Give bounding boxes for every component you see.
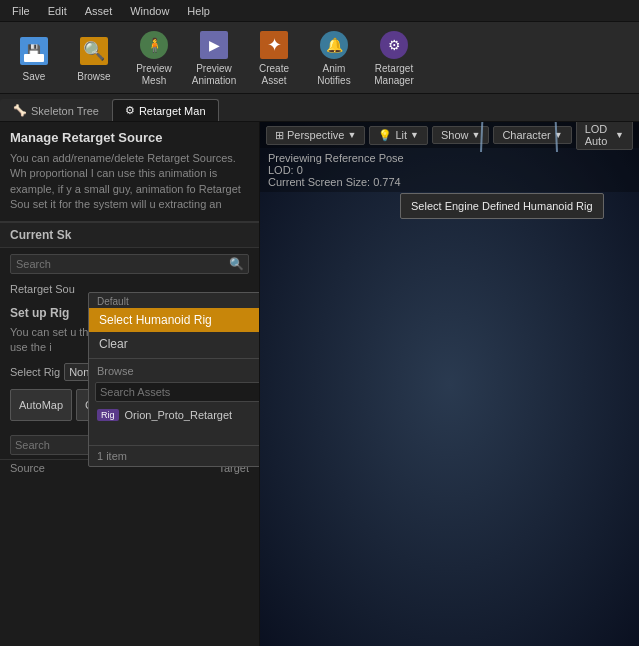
svg-line-10	[481, 122, 484, 152]
lit-label: Lit	[395, 129, 407, 141]
lit-icon: 💡	[378, 129, 392, 142]
skeleton-search-input[interactable]	[15, 257, 229, 271]
popup-search-input[interactable]	[100, 386, 260, 398]
tooltip-text: Select Engine Defined Humanoid Rig	[411, 200, 593, 212]
preview-mesh-icon: 🧍	[140, 31, 168, 59]
preview-animation-icon: ▶	[200, 31, 228, 59]
manage-description: You can add/rename/delete Retarget Sourc…	[10, 151, 249, 213]
svg-line-12	[554, 122, 557, 152]
preview-animation-label: Preview Animation	[186, 63, 242, 87]
popup-select-humanoid[interactable]: Select Humanoid Rig	[89, 308, 260, 332]
preview-animation-button[interactable]: ▶ Preview Animation	[184, 25, 244, 91]
menu-edit[interactable]: Edit	[40, 3, 75, 19]
tab-retarget-man[interactable]: ⚙ Retarget Man	[112, 99, 219, 121]
perspective-arrow: ▼	[347, 130, 356, 140]
create-asset-label: Create Asset	[246, 63, 302, 87]
menu-bar: File Edit Asset Window Help	[0, 0, 639, 22]
anim-notifies-label: Anim Notifies	[306, 63, 362, 87]
perspective-button[interactable]: ⊞ Perspective ▼	[266, 126, 365, 145]
retarget-manager-label: Retarget Manager	[366, 63, 422, 87]
humanoid-figure	[419, 122, 619, 192]
menu-file[interactable]: File	[4, 3, 38, 19]
automap-button[interactable]: AutoMap	[10, 389, 72, 421]
retarget-man-label: Retarget Man	[139, 105, 206, 117]
popup-clear[interactable]: Clear	[89, 332, 260, 356]
tooltip: Select Engine Defined Humanoid Rig	[400, 193, 604, 219]
current-skeleton-header: Current Sk	[0, 222, 259, 248]
menu-asset[interactable]: Asset	[77, 3, 121, 19]
anim-notifies-button[interactable]: 🔔 Anim Notifies	[304, 25, 364, 91]
save-label: Save	[23, 71, 46, 83]
retarget-manager-button[interactable]: ⚙ Retarget Manager	[364, 25, 424, 91]
perspective-icon: ⊞	[275, 129, 284, 142]
preview-mesh-button[interactable]: 🧍 Preview Mesh	[124, 25, 184, 91]
left-panel: Manage Retarget Source You can add/renam…	[0, 122, 260, 646]
popup-list-item[interactable]: Rig Orion_Proto_Retarget	[89, 405, 260, 425]
menu-window[interactable]: Window	[122, 3, 177, 19]
save-icon: 💾	[20, 37, 48, 65]
perspective-label: Perspective	[287, 129, 344, 141]
toolbar: 💾 Save 🔍 Browse 🧍 Preview Mesh ▶ Preview…	[0, 22, 639, 94]
popup-item-name: Orion_Proto_Retarget	[125, 409, 233, 421]
create-asset-button[interactable]: ✦ Create Asset	[244, 25, 304, 91]
popup-search-row[interactable]: 🔍 👤	[95, 382, 260, 402]
source-label: Source	[10, 462, 45, 474]
browse-icon: 🔍	[80, 37, 108, 65]
save-button[interactable]: 💾 Save	[4, 25, 64, 91]
popup-item-count: 1 item	[97, 450, 127, 462]
anim-notifies-icon: 🔔	[320, 31, 348, 59]
lit-arrow: ▼	[410, 130, 419, 140]
popup-default-tag: Default	[89, 293, 260, 308]
manage-title: Manage Retarget Source	[10, 130, 249, 145]
browse-label: Browse	[77, 71, 110, 83]
create-asset-icon: ✦	[260, 31, 288, 59]
skeleton-tree-icon: 🦴	[13, 104, 27, 117]
browse-button[interactable]: 🔍 Browse	[64, 25, 124, 91]
rig-type-badge: Rig	[97, 409, 119, 421]
skeleton-search-icon: 🔍	[229, 257, 244, 271]
popup-footer: 1 item 👁 View Options ▼	[89, 445, 260, 466]
select-rig-label: Select Rig	[10, 366, 60, 378]
retarget-man-icon: ⚙	[125, 104, 135, 117]
dropdown-popup: Default Select Humanoid Rig Clear Browse…	[88, 292, 260, 467]
popup-divider	[89, 358, 260, 359]
skeleton-tree-label: Skeleton Tree	[31, 105, 99, 117]
retarget-manager-icon: ⚙	[380, 31, 408, 59]
popup-browse-label: Browse	[89, 361, 260, 379]
popup-list: Rig Orion_Proto_Retarget	[89, 405, 260, 445]
manage-section: Manage Retarget Source You can add/renam…	[0, 122, 259, 222]
current-skeleton-search[interactable]: 🔍	[10, 254, 249, 274]
menu-help[interactable]: Help	[179, 3, 218, 19]
tab-bar: 🦴 Skeleton Tree ⚙ Retarget Man	[0, 94, 639, 122]
tab-skeleton-tree[interactable]: 🦴 Skeleton Tree	[0, 99, 112, 121]
preview-mesh-label: Preview Mesh	[126, 63, 182, 87]
